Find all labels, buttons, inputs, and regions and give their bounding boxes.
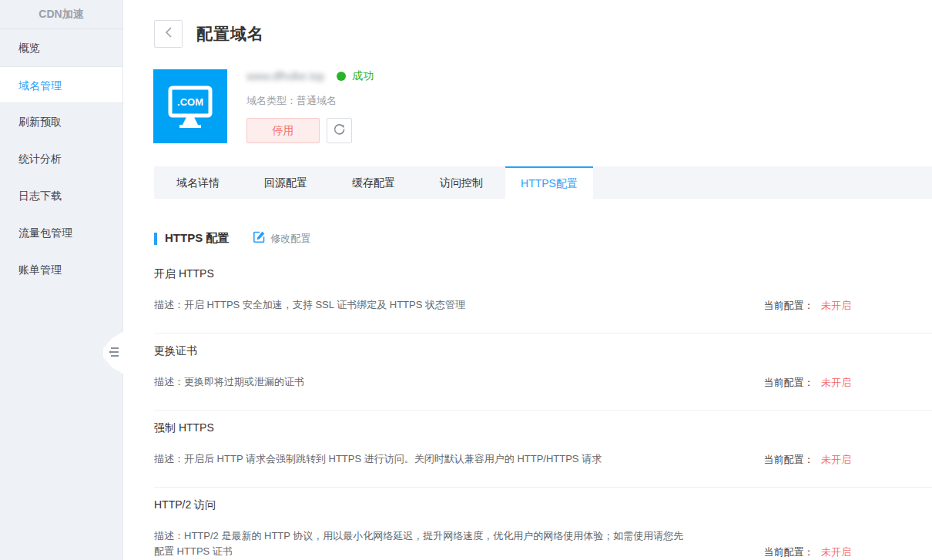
tab-cache-config[interactable]: 缓存配置	[330, 166, 417, 199]
refresh-button[interactable]	[327, 118, 352, 143]
setting-row-force-https: 强制 HTTPS 描述：开启后 HTTP 请求会强制跳转到 HTTPS 进行访问…	[154, 411, 932, 488]
current-config-value: 未开启	[821, 546, 851, 558]
current-config: 当前配置： 未开启	[763, 376, 851, 390]
sidebar: CDN加速 概览 域名管理 刷新预取 统计分析 日志下载 流量包管理 账单管理	[0, 0, 123, 560]
section-title: HTTPS 配置	[165, 231, 229, 246]
com-icon-text: .COM	[177, 96, 203, 108]
setting-row-http2-access: HTTP/2 访问 描述：HTTP/2 是最新的 HTTP 协议，用以最小化网络…	[154, 488, 932, 560]
sidebar-item-log-download[interactable]: 日志下载	[0, 177, 122, 214]
disable-button[interactable]: 停用	[246, 118, 320, 143]
domain-com-icon: .COM	[153, 69, 227, 143]
current-config: 当前配置： 未开启	[763, 545, 851, 559]
current-config-value: 未开启	[821, 454, 851, 465]
back-button[interactable]	[154, 20, 183, 48]
setting-title: 开启 HTTPS	[154, 267, 851, 281]
setting-row-replace-certificate: 更换证书 描述：更换即将过期或泄漏的证书 当前配置： 未开启	[154, 334, 932, 411]
current-config-label: 当前配置：	[763, 546, 813, 558]
https-settings-list: 开启 HTTPS 描述：开启 HTTPS 安全加速，支持 SSL 证书绑定及 H…	[154, 257, 932, 560]
current-config-label: 当前配置：	[763, 300, 813, 311]
setting-title: HTTP/2 访问	[154, 498, 851, 512]
current-config-label: 当前配置：	[763, 454, 813, 465]
tab-access-control[interactable]: 访问控制	[417, 166, 505, 199]
collapse-menu-icon	[109, 346, 119, 360]
sidebar-item-domain-management[interactable]: 域名管理	[0, 66, 122, 103]
tab-origin-config[interactable]: 回源配置	[242, 166, 330, 199]
domain-info: www.dfhslke.top 成功 域名类型：普通域名 停用	[246, 69, 374, 143]
sidebar-item-refresh-prefetch[interactable]: 刷新预取	[0, 103, 122, 140]
edit-icon	[253, 231, 265, 246]
sidebar-item-overview[interactable]: 概览	[0, 29, 122, 66]
setting-title: 更换证书	[154, 344, 851, 358]
setting-description: 描述：开启 HTTPS 安全加速，支持 SSL 证书绑定及 HTTPS 状态管理	[154, 297, 693, 313]
current-config: 当前配置： 未开启	[763, 299, 851, 313]
current-config-value: 未开启	[821, 300, 851, 311]
sidebar-title: CDN加速	[0, 0, 122, 29]
setting-description: 描述：开启后 HTTP 请求会强制跳转到 HTTPS 进行访问。关闭时默认兼容用…	[154, 451, 693, 467]
chevron-left-icon	[164, 26, 173, 42]
current-config: 当前配置： 未开启	[763, 453, 851, 467]
section-accent-bar	[154, 233, 157, 245]
current-config-label: 当前配置：	[763, 377, 813, 388]
sidebar-item-statistics[interactable]: 统计分析	[0, 140, 122, 177]
setting-title: 强制 HTTPS	[154, 421, 851, 435]
domain-status: 成功	[352, 69, 374, 83]
sidebar-item-billing[interactable]: 账单管理	[0, 251, 122, 288]
tab-bar: 域名详情 回源配置 缓存配置 访问控制 HTTPS配置	[154, 166, 932, 199]
https-config-section-header: HTTPS 配置 修改配置	[154, 231, 310, 246]
refresh-icon	[333, 122, 347, 139]
domain-type: 域名类型：普通域名	[246, 94, 374, 108]
modify-config-link[interactable]: 修改配置	[253, 231, 310, 246]
tab-https-config[interactable]: HTTPS配置	[505, 166, 593, 199]
main-content: 配置域名 .COM www.dfhslke.top 成功 域名类型：普通域名 停…	[123, 0, 932, 560]
modify-config-label: 修改配置	[270, 232, 310, 246]
tab-domain-details[interactable]: 域名详情	[154, 166, 242, 199]
setting-description: 描述：HTTP/2 是最新的 HTTP 协议，用以最小化网络延迟，提升网络速度，…	[154, 528, 693, 559]
domain-name-blurred: www.dfhslke.top	[246, 70, 324, 82]
current-config-value: 未开启	[821, 377, 851, 388]
sidebar-item-traffic-package[interactable]: 流量包管理	[0, 214, 122, 251]
status-dot-icon	[337, 72, 346, 81]
setting-description: 描述：更换即将过期或泄漏的证书	[154, 374, 693, 390]
page-title: 配置域名	[196, 23, 264, 45]
setting-row-enable-https: 开启 HTTPS 描述：开启 HTTPS 安全加速，支持 SSL 证书绑定及 H…	[154, 257, 932, 334]
